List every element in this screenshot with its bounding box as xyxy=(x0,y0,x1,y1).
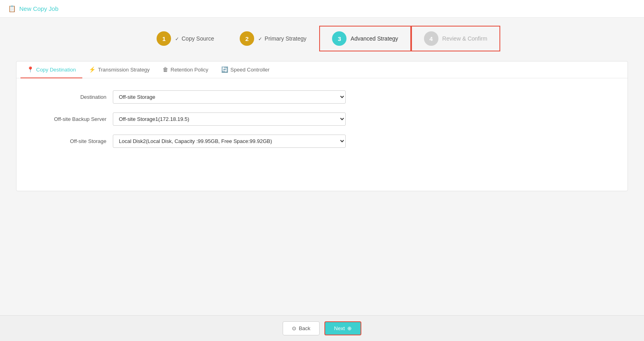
step-1-label: ✓ Copy Source xyxy=(175,35,214,42)
form-row-offsite-server: Off-site Backup Server Off-site Storage1… xyxy=(33,112,611,126)
next-button[interactable]: Next ⊕ xyxy=(324,321,361,335)
step-2-circle: 2 xyxy=(240,31,254,46)
back-button[interactable]: ⊙ Back xyxy=(283,321,320,335)
page-title: New Copy Job xyxy=(19,5,59,12)
tab-transmission-strategy-label: Transmission Strategy xyxy=(98,67,150,73)
step-2[interactable]: 2 ✓ Primary Strategy xyxy=(227,26,319,51)
step-3[interactable]: 3 Advanced Strategy xyxy=(319,26,411,51)
step-1-circle: 1 xyxy=(157,31,171,46)
stepper: 1 ✓ Copy Source 2 ✓ Primary Strategy 3 A… xyxy=(16,26,628,51)
offsite-storage-select[interactable]: Local Disk2(Local Disk, Capacity :99.95G… xyxy=(113,135,346,148)
offsite-server-label: Off-site Backup Server xyxy=(33,116,113,122)
step-3-label: Advanced Strategy xyxy=(351,35,398,42)
destination-select[interactable]: Off-site Storage Local Storage Cloud Sto… xyxy=(113,90,346,104)
transmission-icon: ⚡ xyxy=(89,66,96,73)
tab-content-copy-destination: Destination Off-site Storage Local Stora… xyxy=(16,78,628,191)
tab-panel: 📍 Copy Destination ⚡ Transmission Strate… xyxy=(16,61,628,191)
next-label: Next xyxy=(334,325,345,331)
offsite-storage-label: Off-site Storage xyxy=(33,138,113,144)
location-icon: 📍 xyxy=(27,66,34,73)
back-label: Back xyxy=(299,325,310,331)
speed-icon: 🔄 xyxy=(221,66,228,73)
page-footer: ⊙ Back Next ⊕ xyxy=(0,315,644,341)
step-4[interactable]: 4 Review & Confirm xyxy=(411,26,500,51)
destination-label: Destination xyxy=(33,94,113,100)
tab-copy-destination[interactable]: 📍 Copy Destination xyxy=(20,61,82,78)
step-4-label: Review & Confirm xyxy=(442,35,487,42)
page-header: 📋 New Copy Job xyxy=(0,0,644,18)
offsite-server-select[interactable]: Off-site Storage1(172.18.19.5) Off-site … xyxy=(113,112,346,126)
next-icon: ⊕ xyxy=(347,325,352,331)
tab-copy-destination-label: Copy Destination xyxy=(36,67,76,73)
retention-icon: 🗑 xyxy=(163,66,168,73)
tab-speed-controller[interactable]: 🔄 Speed Controller xyxy=(215,61,276,78)
tab-nav: 📍 Copy Destination ⚡ Transmission Strate… xyxy=(16,61,628,78)
tab-speed-controller-label: Speed Controller xyxy=(230,67,270,73)
tab-retention-policy[interactable]: 🗑 Retention Policy xyxy=(156,61,215,78)
copy-job-icon: 📋 xyxy=(8,5,16,12)
step-2-label: ✓ Primary Strategy xyxy=(258,35,306,42)
tab-transmission-strategy[interactable]: ⚡ Transmission Strategy xyxy=(82,61,156,78)
main-content: 1 ✓ Copy Source 2 ✓ Primary Strategy 3 A… xyxy=(0,18,644,315)
back-icon: ⊙ xyxy=(292,325,296,331)
step-3-circle: 3 xyxy=(332,31,346,46)
step-4-circle: 4 xyxy=(424,31,438,46)
step-1[interactable]: 1 ✓ Copy Source xyxy=(144,26,227,51)
form-row-offsite-storage: Off-site Storage Local Disk2(Local Disk,… xyxy=(33,135,611,148)
form-row-destination: Destination Off-site Storage Local Stora… xyxy=(33,90,611,104)
tab-retention-policy-label: Retention Policy xyxy=(171,67,208,73)
